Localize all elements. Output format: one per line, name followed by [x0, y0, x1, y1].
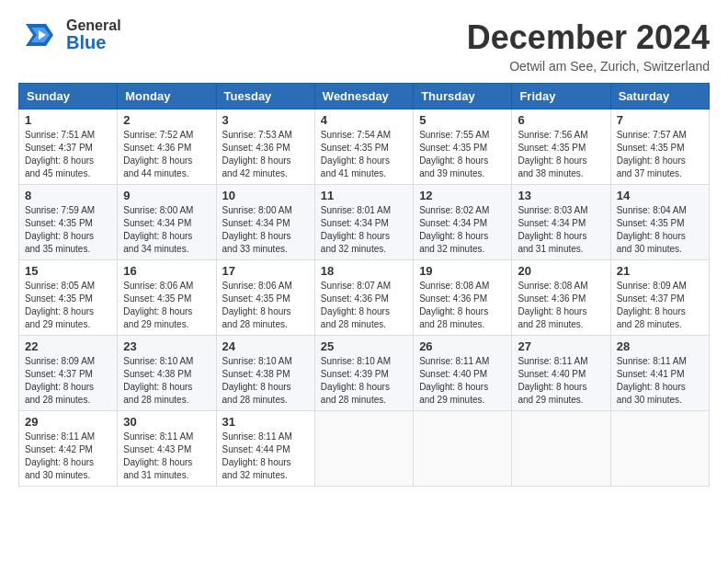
calendar-cell: 25 Sunrise: 8:10 AM Sunset: 4:39 PM Dayl…: [314, 336, 413, 411]
calendar-cell: 29 Sunrise: 8:11 AM Sunset: 4:42 PM Dayl…: [19, 411, 118, 487]
sunrise-text: Sunrise: 8:01 AM: [321, 205, 391, 215]
day-number: 16: [123, 264, 210, 278]
calendar-cell: [512, 411, 610, 487]
sunset-text: Sunset: 4:35 PM: [25, 218, 93, 228]
calendar-cell: 13 Sunrise: 8:03 AM Sunset: 4:34 PM Dayl…: [512, 185, 610, 260]
sunset-text: Sunset: 4:35 PM: [222, 293, 290, 304]
sunset-text: Sunset: 4:42 PM: [25, 444, 93, 454]
sunrise-text: Sunrise: 8:00 AM: [123, 205, 193, 215]
calendar-week-row: 15 Sunrise: 8:05 AM Sunset: 4:35 PM Dayl…: [19, 260, 710, 336]
calendar-cell: 14 Sunrise: 8:04 AM Sunset: 4:35 PM Dayl…: [610, 185, 709, 260]
day-info: Sunrise: 8:08 AM Sunset: 4:36 PM Dayligh…: [518, 280, 604, 331]
calendar-cell: 15 Sunrise: 8:05 AM Sunset: 4:35 PM Dayl…: [19, 260, 118, 336]
calendar-cell: 12 Sunrise: 8:02 AM Sunset: 4:34 PM Dayl…: [414, 185, 512, 260]
calendar-header-row: SundayMondayTuesdayWednesdayThursdayFrid…: [19, 84, 710, 109]
day-number: 10: [222, 189, 309, 202]
day-number: 27: [518, 339, 604, 353]
daylight-text: Daylight: 8 hours and 29 minutes.: [518, 382, 586, 405]
day-number: 31: [222, 415, 309, 429]
calendar-cell: 18 Sunrise: 8:07 AM Sunset: 4:36 PM Dayl…: [314, 260, 413, 336]
daylight-text: Daylight: 8 hours and 32 minutes.: [222, 457, 291, 480]
sunrise-text: Sunrise: 8:00 AM: [222, 205, 292, 215]
calendar-cell: 30 Sunrise: 8:11 AM Sunset: 4:43 PM Dayl…: [118, 411, 216, 487]
day-info: Sunrise: 8:09 AM Sunset: 4:37 PM Dayligh…: [617, 280, 703, 331]
weekday-header-saturday: Saturday: [610, 84, 709, 109]
page-header: General Blue December 2024 Oetwil am See…: [18, 18, 710, 74]
sunset-text: Sunset: 4:37 PM: [617, 293, 685, 304]
sunrise-text: Sunrise: 7:51 AM: [25, 130, 95, 140]
daylight-text: Daylight: 8 hours and 42 minutes.: [222, 155, 291, 178]
sunset-text: Sunset: 4:40 PM: [419, 369, 487, 379]
daylight-text: Daylight: 8 hours and 37 minutes.: [617, 155, 686, 178]
sunrise-text: Sunrise: 7:55 AM: [419, 130, 489, 140]
daylight-text: Daylight: 8 hours and 32 minutes.: [419, 231, 488, 254]
sunset-text: Sunset: 4:41 PM: [617, 369, 685, 379]
calendar-cell: 27 Sunrise: 8:11 AM Sunset: 4:40 PM Dayl…: [512, 336, 610, 411]
day-number: 9: [123, 189, 210, 202]
logo-text: General Blue: [66, 18, 121, 52]
daylight-text: Daylight: 8 hours and 34 minutes.: [123, 231, 192, 254]
day-info: Sunrise: 7:54 AM Sunset: 4:35 PM Dayligh…: [321, 129, 407, 180]
calendar-cell: [610, 411, 709, 487]
calendar-cell: 8 Sunrise: 7:59 AM Sunset: 4:35 PM Dayli…: [19, 185, 118, 260]
day-info: Sunrise: 8:10 AM Sunset: 4:39 PM Dayligh…: [321, 355, 407, 407]
sunrise-text: Sunrise: 8:03 AM: [518, 205, 587, 215]
sunset-text: Sunset: 4:34 PM: [419, 218, 487, 228]
day-number: 13: [518, 189, 604, 202]
day-info: Sunrise: 7:51 AM Sunset: 4:37 PM Dayligh…: [25, 129, 111, 180]
daylight-text: Daylight: 8 hours and 28 minutes.: [321, 306, 390, 329]
daylight-text: Daylight: 8 hours and 28 minutes.: [222, 382, 291, 405]
logo-blue-text: Blue: [66, 33, 121, 52]
sunset-text: Sunset: 4:34 PM: [222, 218, 290, 228]
day-number: 23: [123, 339, 210, 353]
daylight-text: Daylight: 8 hours and 28 minutes.: [222, 306, 291, 329]
daylight-text: Daylight: 8 hours and 29 minutes.: [419, 382, 488, 405]
day-number: 24: [222, 339, 309, 353]
daylight-text: Daylight: 8 hours and 28 minutes.: [321, 382, 390, 405]
daylight-text: Daylight: 8 hours and 28 minutes.: [123, 382, 192, 405]
daylight-text: Daylight: 8 hours and 30 minutes.: [617, 231, 686, 254]
day-number: 25: [321, 339, 407, 353]
sunrise-text: Sunrise: 8:06 AM: [222, 281, 292, 291]
calendar-cell: 22 Sunrise: 8:09 AM Sunset: 4:37 PM Dayl…: [19, 336, 118, 411]
day-info: Sunrise: 8:08 AM Sunset: 4:36 PM Dayligh…: [419, 280, 506, 331]
day-number: 21: [617, 264, 703, 278]
daylight-text: Daylight: 8 hours and 35 minutes.: [25, 231, 94, 254]
calendar-cell: 5 Sunrise: 7:55 AM Sunset: 4:35 PM Dayli…: [414, 109, 512, 185]
daylight-text: Daylight: 8 hours and 28 minutes.: [25, 382, 94, 405]
calendar-cell: 19 Sunrise: 8:08 AM Sunset: 4:36 PM Dayl…: [414, 260, 512, 336]
day-number: 2: [123, 113, 210, 127]
day-number: 8: [25, 189, 111, 202]
day-info: Sunrise: 8:11 AM Sunset: 4:42 PM Dayligh…: [25, 431, 111, 482]
weekday-header-tuesday: Tuesday: [216, 84, 314, 109]
day-number: 26: [419, 339, 506, 353]
sunrise-text: Sunrise: 7:54 AM: [321, 130, 391, 140]
sunset-text: Sunset: 4:35 PM: [25, 293, 93, 304]
sunset-text: Sunset: 4:35 PM: [321, 143, 389, 153]
calendar-cell: [414, 411, 512, 487]
calendar-cell: 23 Sunrise: 8:10 AM Sunset: 4:38 PM Dayl…: [118, 336, 216, 411]
sunset-text: Sunset: 4:34 PM: [518, 218, 586, 228]
day-number: 18: [321, 264, 407, 278]
calendar-cell: 17 Sunrise: 8:06 AM Sunset: 4:35 PM Dayl…: [216, 260, 314, 336]
sunrise-text: Sunrise: 7:56 AM: [518, 130, 587, 140]
daylight-text: Daylight: 8 hours and 30 minutes.: [25, 457, 94, 480]
sunset-text: Sunset: 4:40 PM: [518, 369, 586, 379]
sunset-text: Sunset: 4:37 PM: [25, 369, 93, 379]
calendar-week-row: 29 Sunrise: 8:11 AM Sunset: 4:42 PM Dayl…: [19, 411, 710, 487]
sunset-text: Sunset: 4:34 PM: [123, 218, 191, 228]
sunset-text: Sunset: 4:36 PM: [518, 293, 586, 304]
daylight-text: Daylight: 8 hours and 33 minutes.: [222, 231, 291, 254]
day-info: Sunrise: 8:00 AM Sunset: 4:34 PM Dayligh…: [222, 204, 309, 256]
sunrise-text: Sunrise: 8:11 AM: [222, 431, 292, 442]
calendar-cell: 4 Sunrise: 7:54 AM Sunset: 4:35 PM Dayli…: [314, 109, 413, 185]
weekday-header-sunday: Sunday: [19, 84, 118, 109]
calendar-cell: 24 Sunrise: 8:10 AM Sunset: 4:38 PM Dayl…: [216, 336, 314, 411]
calendar-cell: 28 Sunrise: 8:11 AM Sunset: 4:41 PM Dayl…: [610, 336, 709, 411]
daylight-text: Daylight: 8 hours and 28 minutes.: [419, 306, 488, 329]
calendar-cell: 9 Sunrise: 8:00 AM Sunset: 4:34 PM Dayli…: [118, 185, 216, 260]
calendar-cell: 10 Sunrise: 8:00 AM Sunset: 4:34 PM Dayl…: [216, 185, 314, 260]
day-info: Sunrise: 8:00 AM Sunset: 4:34 PM Dayligh…: [123, 204, 210, 256]
sunrise-text: Sunrise: 8:08 AM: [419, 281, 489, 291]
title-area: December 2024 Oetwil am See, Zurich, Swi…: [467, 18, 710, 74]
